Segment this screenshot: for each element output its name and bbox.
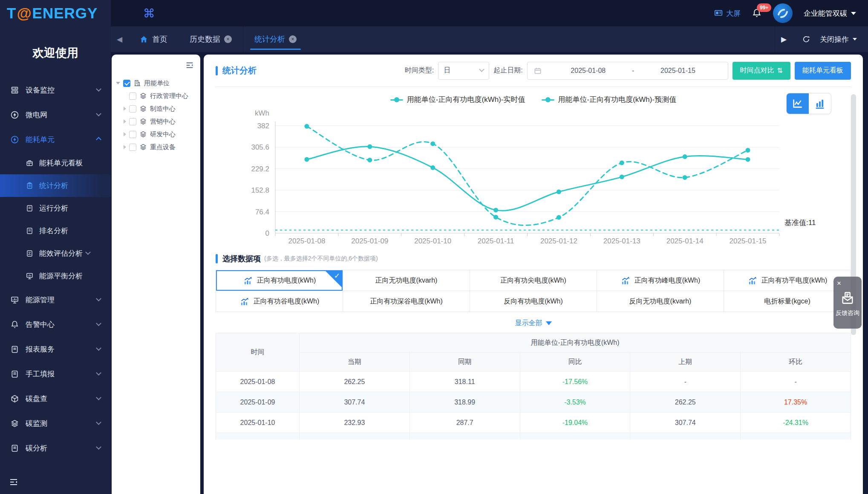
sidebar-item-carbon-analysis[interactable]: 碳分析 xyxy=(0,436,111,460)
tab-statistical-analysis[interactable]: 统计分析× xyxy=(243,26,308,52)
book-icon xyxy=(26,204,34,212)
date-start-value[interactable]: 2025-01-08 xyxy=(545,67,632,75)
date-range-input[interactable]: 2025-01-08 - 2025-01-15 xyxy=(527,62,728,80)
legend-item-2[interactable]: 用能单位-正向有功电度(kWh)-预测值 xyxy=(542,95,677,104)
title-accent-bar xyxy=(216,66,218,75)
screen-icon xyxy=(714,9,723,18)
tree-children: 行政管理中心制造中心营销中心研发中心重点设备 xyxy=(116,90,196,153)
table-cell xyxy=(409,433,520,440)
table-cell: 262.25 xyxy=(300,372,410,392)
data-item-fwd-active-peak[interactable]: 正向有功峰电度(kWh) xyxy=(597,270,724,291)
selector-title-row: 选择数据项 (多选，最多选择2个不同单位的,6个数据项) xyxy=(216,254,851,264)
time-type-select[interactable]: 日 xyxy=(438,62,489,80)
sidebar-item-device-monitor[interactable]: 设备监控 xyxy=(0,78,111,102)
tree-node-marketing-center[interactable]: 营销中心 xyxy=(116,115,196,128)
big-screen-button[interactable]: 大屏 xyxy=(714,9,741,18)
table-cell-value: -3.53% xyxy=(564,399,586,406)
sidebar-item-report-service[interactable]: 报表服务 xyxy=(0,337,111,361)
table-cell xyxy=(630,433,741,440)
tabs-back-arrow[interactable]: ◀ xyxy=(111,35,128,44)
show-all-toggle[interactable]: 显示全部 xyxy=(216,319,851,328)
caret-right-icon[interactable] xyxy=(124,145,126,149)
caret-right-icon[interactable] xyxy=(124,132,126,136)
caret-right-icon[interactable] xyxy=(124,107,126,111)
sub-header: 上期 xyxy=(630,352,741,372)
tree-node-key-equipment[interactable]: 重点设备 xyxy=(116,141,196,153)
data-item-fwd-active-deep-valley[interactable]: 正向有功深谷电度(kWh) xyxy=(343,291,470,312)
sidebar-item-statistical-analysis[interactable]: 统计分析 xyxy=(0,174,111,197)
sidebar-item-label: 设备监控 xyxy=(26,85,93,95)
data-item-fwd-reactive[interactable]: 正向无功电度(kvarh) xyxy=(343,270,470,291)
sidebar-item-carbon-audit[interactable]: 碳盘查 xyxy=(0,386,111,411)
notifications-button[interactable]: 99+ xyxy=(752,8,762,18)
line-chart-toggle-button[interactable] xyxy=(787,93,809,114)
sidebar-item-alarm-center[interactable]: 告警中心 xyxy=(0,312,111,337)
tab-close-icon[interactable]: × xyxy=(224,35,232,43)
sidebar-item-energy-unit[interactable]: 能耗单元 xyxy=(0,127,111,152)
avatar[interactable] xyxy=(773,3,793,23)
tree-node-root[interactable]: 用能单位 xyxy=(116,77,196,90)
apps-command-icon[interactable]: ⌘ xyxy=(143,6,155,20)
monitor-icon xyxy=(26,272,34,280)
tree-collapse-icon[interactable] xyxy=(185,61,194,70)
time-point-compare-button[interactable]: 时间点对比⇅ xyxy=(732,62,790,80)
table-cell xyxy=(300,433,410,440)
sidebar-item-efficiency-evaluation[interactable]: 能效评估分析 xyxy=(0,242,111,265)
sidebar-item-energy-unit-kanban[interactable]: 能耗单元看板 xyxy=(0,152,111,174)
data-item-fwd-active[interactable]: 正向有功电度(kWh) xyxy=(216,270,343,291)
checkbox-unchecked[interactable] xyxy=(129,92,136,100)
sidebar-item-label: 运行分析 xyxy=(39,203,68,213)
feedback-close-icon[interactable]: × xyxy=(835,279,843,288)
sidebar-item-ranking-analysis[interactable]: 排名分析 xyxy=(0,220,111,242)
tab-close-icon[interactable]: × xyxy=(289,35,297,43)
caret-right-icon[interactable] xyxy=(124,119,126,124)
data-item-label: 正向有功尖电度(kWh) xyxy=(500,276,566,285)
chevron-down-icon xyxy=(851,12,856,15)
data-item-rev-reactive[interactable]: 反向无功电度(kvarh) xyxy=(597,291,724,312)
svg-text:2025-01-12: 2025-01-12 xyxy=(540,237,577,245)
server-icon xyxy=(10,86,19,95)
sidebar-collapse-icon[interactable] xyxy=(9,477,19,487)
calendar-icon xyxy=(533,66,542,75)
checkbox-unchecked[interactable] xyxy=(129,105,136,113)
tree-node-admin-center[interactable]: 行政管理中心 xyxy=(116,90,196,102)
caret-down-icon[interactable] xyxy=(116,82,120,84)
data-item-rev-active[interactable]: 反向有功电度(kWh) xyxy=(470,291,597,312)
org-label: 企业能管双碳 xyxy=(804,9,847,18)
bar-chart-toggle-button[interactable] xyxy=(809,93,831,114)
checkbox-unchecked[interactable] xyxy=(129,131,136,138)
checkbox-unchecked[interactable] xyxy=(129,118,136,125)
sidebar-item-energy-management[interactable]: 能源管理 xyxy=(0,287,111,312)
feedback-widget[interactable]: × 反馈咨询 xyxy=(833,277,862,329)
date-end-value[interactable]: 2025-01-15 xyxy=(634,67,721,75)
legend-item-1[interactable]: 用能单位-正向有功电度(kWh)-实时值 xyxy=(390,95,525,104)
data-item-fwd-active-sharp[interactable]: 正向有功尖电度(kWh) xyxy=(470,270,597,291)
energy-unit-kanban-button[interactable]: 能耗单元看板 xyxy=(795,62,851,80)
sidebar-item-operation-analysis[interactable]: 运行分析 xyxy=(0,197,111,220)
svg-text:2025-01-10: 2025-01-10 xyxy=(414,237,451,245)
close-operations-dropdown[interactable]: 关闭操作 xyxy=(816,35,857,44)
tree-node-manufacturing-center[interactable]: 制造中心 xyxy=(116,102,196,115)
chevron-down-icon xyxy=(96,370,101,376)
table-row: 2025-01-08262.25318.11-17.56%-- xyxy=(216,372,851,392)
data-item-coal-equivalent[interactable]: 电折标量(kgce) xyxy=(724,291,851,312)
tree-panel: 用能单位 行政管理中心制造中心营销中心研发中心重点设备 xyxy=(112,55,200,494)
sidebar-item-carbon-monitoring[interactable]: 碳监测 xyxy=(0,411,111,436)
checkbox-checked[interactable] xyxy=(123,80,130,87)
tree-node-rd-center[interactable]: 研发中心 xyxy=(116,128,196,141)
sidebar-item-label: 统计分析 xyxy=(39,181,68,191)
welcome-text: 欢迎使用 xyxy=(0,45,111,61)
tabs-forward-arrow[interactable]: ▶ xyxy=(775,35,793,44)
refresh-button[interactable] xyxy=(799,35,810,43)
data-item-fwd-active-valley[interactable]: 正向有功谷电度(kWh) xyxy=(216,291,343,312)
data-item-fwd-active-flat[interactable]: 正向有功平电度(kWh) xyxy=(724,270,851,291)
sidebar-item-microgrid[interactable]: 微电网 xyxy=(0,102,111,127)
tab-home[interactable]: 首页 xyxy=(128,26,179,52)
checkbox-unchecked[interactable] xyxy=(129,144,136,151)
tab-history-data[interactable]: 历史数据× xyxy=(179,26,243,52)
bolt-icon xyxy=(10,135,19,144)
sidebar-item-manual-report[interactable]: 手工填报 xyxy=(0,361,111,386)
sidebar-item-energy-balance[interactable]: 能源平衡分析 xyxy=(0,265,111,287)
org-switcher[interactable]: 企业能管双碳 xyxy=(804,9,856,18)
chart-canvas[interactable]: 076.4152.8229.2305.6382kWh2025-01-082025… xyxy=(216,106,851,249)
